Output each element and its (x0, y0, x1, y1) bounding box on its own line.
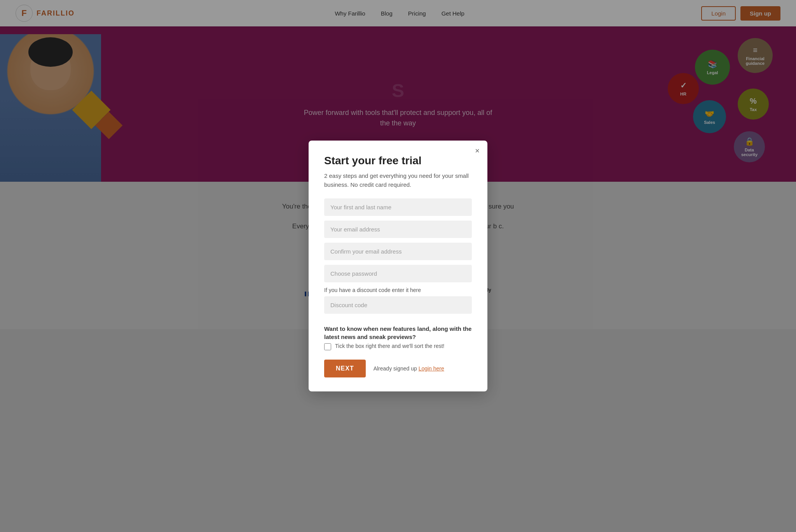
name-input[interactable] (324, 198, 472, 216)
login-here-link[interactable]: Login here (419, 365, 444, 372)
modal-overlay[interactable]: × Start your free trial 2 easy steps and… (0, 0, 796, 532)
newsletter-title: Want to know when new features land, alo… (324, 325, 472, 341)
modal-close-button[interactable]: × (475, 147, 480, 155)
newsletter-section: Want to know when new features land, alo… (324, 325, 472, 350)
discount-label: If you have a discount code enter it her… (324, 287, 472, 293)
password-input[interactable] (324, 265, 472, 282)
already-signed-up-text: Already signed up Login here (374, 365, 444, 372)
next-button[interactable]: NEXT (324, 360, 366, 377)
modal-subtitle: 2 easy steps and get everything you need… (324, 172, 472, 189)
discount-input[interactable] (324, 296, 472, 314)
newsletter-checkbox[interactable] (324, 343, 331, 350)
newsletter-checkbox-label[interactable]: Tick the box right there and we'll sort … (335, 342, 445, 350)
modal-title: Start your free trial (324, 155, 472, 167)
confirm-email-input[interactable] (324, 243, 472, 260)
newsletter-checkbox-row: Tick the box right there and we'll sort … (324, 342, 472, 350)
signup-modal: × Start your free trial 2 easy steps and… (309, 141, 487, 391)
modal-footer: NEXT Already signed up Login here (324, 360, 472, 377)
email-input[interactable] (324, 221, 472, 238)
